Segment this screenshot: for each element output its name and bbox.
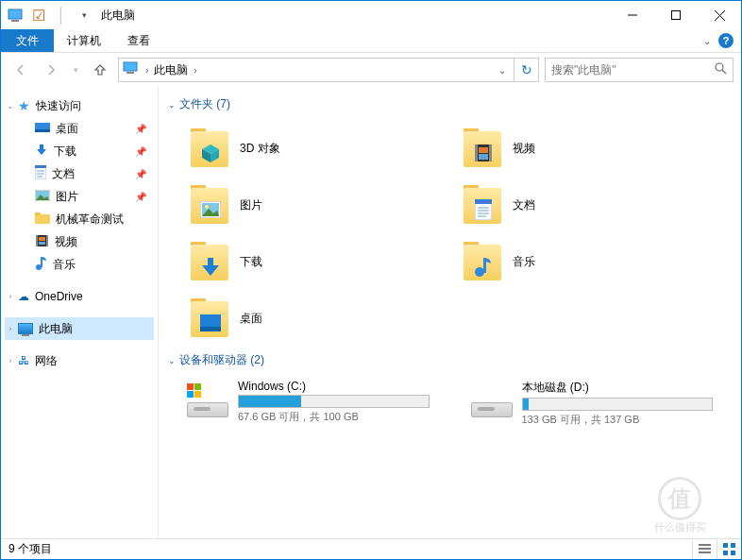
up-button[interactable]	[88, 58, 112, 82]
sidebar-label: 图片	[56, 189, 78, 205]
sidebar-item-onedrive[interactable]: › ☁ OneDrive	[5, 285, 154, 308]
drive-icon	[187, 383, 228, 417]
view-details-button[interactable]	[692, 539, 717, 560]
folder-item[interactable]: 桌面	[187, 290, 460, 347]
status-text: 9 个项目	[8, 541, 52, 557]
group-header-drives[interactable]: ⌄ 设备和驱动器 (2)	[168, 352, 732, 368]
qat-dropdown-icon[interactable]: ▾	[75, 6, 93, 25]
chevron-right-icon[interactable]: ›	[194, 65, 196, 76]
group-header-folders[interactable]: ⌄ 文件夹 (7)	[168, 96, 732, 112]
sidebar-item[interactable]: 下载📌	[5, 140, 154, 162]
sidebar-item-network[interactable]: › 🖧 网络	[5, 349, 154, 372]
drive-grid: Windows (C:)67.6 GB 可用，共 100 GB本地磁盘 (D:)…	[187, 376, 732, 431]
address-dropdown-icon[interactable]: ⌄	[495, 65, 510, 76]
sidebar-item[interactable]: 文档📌	[5, 162, 154, 185]
folder-item[interactable]: 音乐	[460, 233, 733, 290]
tab-view[interactable]: 查看	[114, 29, 163, 52]
folder-label: 图片	[240, 197, 262, 213]
back-button[interactable]	[8, 58, 33, 82]
folder-label: 桌面	[240, 311, 262, 327]
svg-point-39	[205, 205, 209, 209]
sidebar-label: 此电脑	[39, 321, 73, 337]
cloud-icon: ☁	[18, 290, 29, 303]
pc-icon	[123, 61, 140, 78]
svg-rect-1	[11, 20, 19, 22]
search-box[interactable]	[545, 58, 734, 82]
svg-rect-60	[723, 551, 728, 555]
close-button[interactable]	[698, 1, 741, 29]
pc-icon	[18, 323, 33, 334]
svg-line-9	[722, 70, 726, 74]
tab-computer[interactable]: 计算机	[54, 29, 114, 52]
sidebar-label: 网络	[35, 353, 58, 369]
sidebar-label: 机械革命测试	[56, 212, 124, 228]
svg-rect-23	[36, 235, 38, 246]
folder-icon	[187, 239, 232, 284]
folder-icon	[460, 126, 505, 171]
drive-item[interactable]: Windows (C:)67.6 GB 可用，共 100 GB	[187, 376, 448, 431]
minimize-button[interactable]	[611, 1, 654, 29]
svg-rect-24	[46, 235, 48, 246]
folder-icon	[35, 234, 49, 250]
folder-item[interactable]: 图片	[187, 177, 460, 233]
sidebar-item[interactable]: 机械革命测试	[5, 208, 154, 230]
folder-grid: 3D 对象视频图片文档下载音乐桌面	[187, 120, 732, 347]
search-input[interactable]	[551, 63, 715, 76]
window-title: 此电脑	[101, 8, 135, 24]
sidebar-item[interactable]: 桌面📌	[5, 117, 154, 140]
drive-item[interactable]: 本地磁盘 (D:)133 GB 可用，共 137 GB	[471, 376, 733, 431]
svg-rect-56	[699, 548, 711, 550]
recent-dropdown-icon[interactable]: ▾	[69, 58, 82, 82]
sidebar-item[interactable]: 图片📌	[5, 185, 154, 208]
folder-icon	[35, 256, 47, 273]
caret-right-icon[interactable]: ›	[6, 324, 15, 333]
maximize-button[interactable]	[654, 1, 698, 29]
pin-icon: 📌	[135, 146, 146, 157]
sidebar-label: 文档	[52, 166, 75, 182]
svg-rect-11	[35, 129, 50, 132]
qat-properties-icon[interactable]: ☑	[29, 6, 48, 25]
drive-stats: 67.6 GB 可用，共 100 GB	[238, 410, 430, 424]
quick-access-toolbar: ☑ │ ▾	[1, 6, 93, 25]
sidebar-item-quick-access[interactable]: ⌄ ★ 快速访问	[5, 94, 154, 117]
view-large-icons-button[interactable]	[717, 539, 741, 560]
caret-right-icon[interactable]: ›	[6, 292, 15, 301]
sidebar-item[interactable]: 音乐	[5, 253, 154, 276]
qat-divider: │	[52, 6, 71, 25]
folder-item[interactable]: 视频	[460, 120, 733, 177]
help-icon[interactable]: ?	[718, 33, 734, 48]
caret-down-icon[interactable]: ⌄	[168, 100, 176, 110]
svg-rect-33	[475, 144, 478, 161]
search-icon[interactable]	[715, 62, 727, 77]
pin-icon: 📌	[135, 169, 146, 179]
caret-down-icon[interactable]: ⌄	[168, 356, 176, 365]
svg-rect-34	[489, 144, 492, 161]
caret-right-icon[interactable]: ›	[6, 356, 15, 365]
folder-item[interactable]: 3D 对象	[187, 120, 460, 177]
svg-rect-20	[35, 214, 50, 224]
window-controls	[611, 1, 741, 29]
svg-rect-54	[194, 391, 201, 398]
refresh-button[interactable]: ↻	[514, 58, 539, 82]
chevron-right-icon[interactable]: ›	[145, 65, 148, 76]
caret-down-icon[interactable]: ⌄	[6, 101, 15, 110]
svg-rect-53	[187, 391, 194, 398]
sidebar-item[interactable]: 视频	[5, 230, 154, 253]
address-bar[interactable]: › 此电脑 › ⌄	[118, 58, 514, 82]
sidebar-item-this-pc[interactable]: › 此电脑	[5, 317, 154, 340]
folder-item[interactable]: 下载	[187, 233, 460, 290]
svg-rect-61	[731, 551, 735, 555]
svg-rect-35	[479, 147, 488, 153]
svg-rect-25	[39, 237, 45, 241]
forward-button[interactable]	[39, 58, 63, 82]
svg-rect-55	[699, 544, 711, 546]
status-bar: 9 个项目	[1, 538, 741, 559]
collapse-ribbon-icon[interactable]: ⌄	[703, 36, 711, 46]
folder-item[interactable]: 文档	[460, 177, 733, 233]
tab-file[interactable]: 文件	[1, 29, 54, 52]
svg-rect-26	[39, 242, 45, 245]
breadcrumb[interactable]: 此电脑	[154, 62, 188, 78]
svg-rect-6	[124, 62, 137, 71]
app-icon	[7, 6, 25, 25]
pin-icon: 📌	[135, 124, 146, 134]
